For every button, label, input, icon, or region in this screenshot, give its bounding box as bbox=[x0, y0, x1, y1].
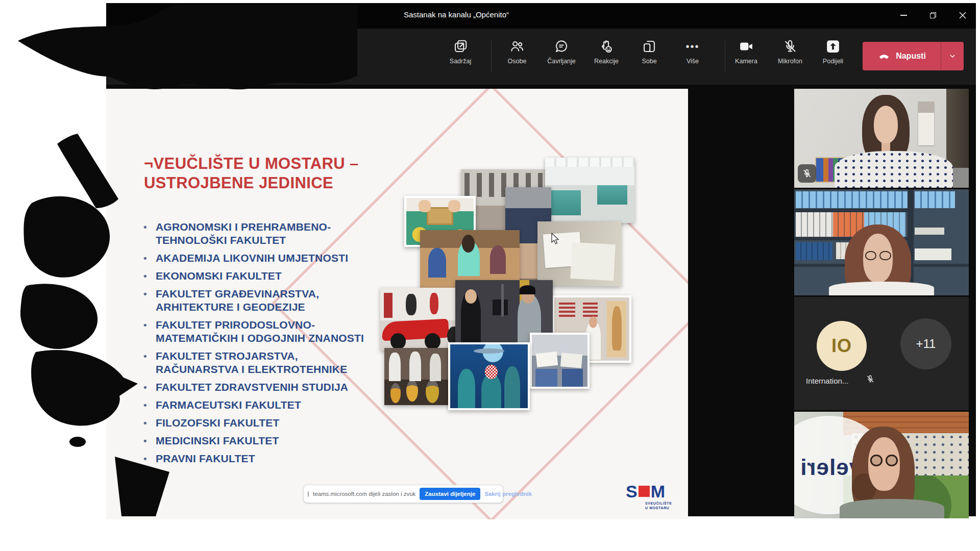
faculty-item: EKONOMSKI FAKULTET bbox=[142, 269, 366, 283]
faculty-item: AGRONOMSKI I PREHRAMBENO- TEHNOLOŠKI FAK… bbox=[142, 220, 366, 247]
participant-video-tile-3[interactable]: veleri bbox=[794, 412, 969, 518]
share-screen-icon bbox=[825, 39, 841, 54]
chat-icon bbox=[554, 39, 569, 54]
photo-formula-race-car bbox=[380, 288, 466, 350]
toolbar-item-share-screen[interactable]: Podijeli bbox=[811, 36, 855, 79]
leave-button[interactable]: Napusti bbox=[863, 42, 964, 70]
rooms-icon bbox=[642, 39, 657, 54]
muted-icon bbox=[866, 374, 875, 386]
meeting-stage: ¬VEUČLIŠTE U MOSTARU – USTROJBENE JEDINI… bbox=[106, 85, 976, 516]
toolbar-item-content[interactable]: Sadržaj bbox=[438, 36, 482, 79]
reactions-icon bbox=[599, 39, 614, 54]
share-content-icon bbox=[453, 39, 468, 54]
faculty-item: AKADEMIJA LIKOVNIH UMJETNOSTI bbox=[142, 252, 366, 265]
photo-students-reading bbox=[530, 333, 590, 389]
browser-share-bar: teams.microsoft.com dijeli zaslon i zvuk… bbox=[303, 485, 503, 503]
glasses bbox=[870, 455, 898, 466]
photo-operating-room bbox=[448, 342, 530, 410]
chevron-down-icon bbox=[948, 52, 957, 60]
minimize-icon bbox=[900, 15, 907, 16]
faculty-item: FARMACEUTSKI FAKULTET bbox=[142, 398, 366, 412]
toolbar-item-people[interactable]: Osobe bbox=[495, 36, 539, 79]
participant-video-tile-2[interactable] bbox=[794, 189, 969, 295]
close-button[interactable] bbox=[951, 5, 974, 26]
faculty-item: FAKULTET ZDRAVSTVENIH STUDIJA bbox=[142, 381, 366, 394]
stop-sharing-button[interactable]: Zaustavi dijeljenje bbox=[420, 488, 480, 500]
meeting-toolbar: Sadržaj Osobe Čavrljanje bbox=[106, 29, 976, 85]
toolbar-item-rooms[interactable]: Sobe bbox=[627, 36, 671, 79]
logo-letter-m: M bbox=[651, 483, 665, 500]
people-icon bbox=[509, 39, 525, 54]
logo-red-square bbox=[639, 486, 650, 497]
close-icon bbox=[959, 12, 966, 19]
photo-lab-room bbox=[545, 158, 634, 223]
toolbar-item-camera[interactable]: Kamera bbox=[724, 36, 768, 79]
title-bar: Sastanak na kanalu „Općenito“ bbox=[106, 3, 976, 29]
glasses bbox=[865, 251, 891, 261]
mouse-cursor bbox=[551, 233, 560, 245]
camera-icon bbox=[739, 39, 754, 54]
cabinet bbox=[946, 89, 969, 168]
shared-screen-slide: ¬VEUČLIŠTE U MOSTARU – USTROJBENE JEDINI… bbox=[106, 89, 688, 519]
restore-icon bbox=[930, 12, 936, 18]
faculty-item: FAKULTET STROJARSTVA, RAČUNARSTVA I ELEK… bbox=[142, 349, 366, 376]
share-message: teams.microsoft.com dijeli zaslon i zvuk bbox=[313, 491, 415, 497]
logo-letter-s: S bbox=[626, 483, 638, 500]
toolbar-item-more[interactable]: ••• Više bbox=[671, 36, 715, 79]
meeting-title: Sastanak na kanalu „Općenito“ bbox=[404, 10, 509, 19]
slide-title: ¬VEUČLIŠTE U MOSTARU – USTROJBENE JEDINI… bbox=[144, 154, 430, 193]
mic-off-icon bbox=[802, 168, 812, 179]
mic-off-icon bbox=[782, 39, 798, 54]
teams-meeting-window: Sastanak na kanalu „Općenito“ Sadržaj bbox=[106, 3, 976, 516]
overflow-participants-badge: +11 bbox=[900, 318, 951, 369]
toolbar-item-chat[interactable]: Čavrljanje bbox=[540, 36, 583, 79]
hide-viewer-button[interactable]: Sakrij preglednik bbox=[484, 491, 532, 497]
toolbar-item-reactions[interactable]: Reakcije bbox=[584, 36, 628, 79]
screen-share-icon bbox=[308, 491, 309, 497]
hangup-icon bbox=[877, 49, 891, 63]
leave-options-button[interactable] bbox=[941, 52, 964, 60]
university-logo: S M SVEUČILIŠTE U MOSTARU bbox=[626, 483, 677, 515]
participant-name-label: Internation... bbox=[806, 377, 848, 385]
photo-archaeology-papers bbox=[537, 221, 621, 286]
wall-poster bbox=[918, 102, 934, 145]
leave-button-label: Napusti bbox=[896, 52, 926, 61]
muted-badge bbox=[798, 164, 816, 183]
avatar: IO bbox=[817, 321, 867, 371]
faculty-list: AGRONOMSKI I PREHRAMBENO- TEHNOLOŠKI FAK… bbox=[142, 220, 366, 470]
photo-chemistry-lab bbox=[384, 348, 458, 405]
toolbar-item-microphone[interactable]: Mikrofon bbox=[768, 36, 812, 79]
minimize-button[interactable] bbox=[892, 5, 915, 26]
participant-avatar-tile[interactable]: IO +11 Internation... bbox=[794, 297, 969, 410]
faculty-item: FAKULTET GRAĐEVINARSTVA, ARHITEKTURE I G… bbox=[142, 287, 366, 314]
faculty-item: FILOZOFSKI FAKULTET bbox=[142, 416, 366, 430]
more-icon: ••• bbox=[685, 39, 699, 54]
toolbar-separator bbox=[491, 41, 492, 72]
faculty-item: MEDICINSKI FAKULTET bbox=[142, 434, 366, 447]
participant-video-tile-1[interactable] bbox=[794, 89, 969, 188]
restore-button[interactable] bbox=[922, 5, 944, 26]
faculty-item: PRAVNI FAKULTET bbox=[142, 452, 366, 465]
faculty-item: FAKULTET PRIRODOSLOVNO- MATEMATIČKIH I O… bbox=[142, 318, 366, 345]
